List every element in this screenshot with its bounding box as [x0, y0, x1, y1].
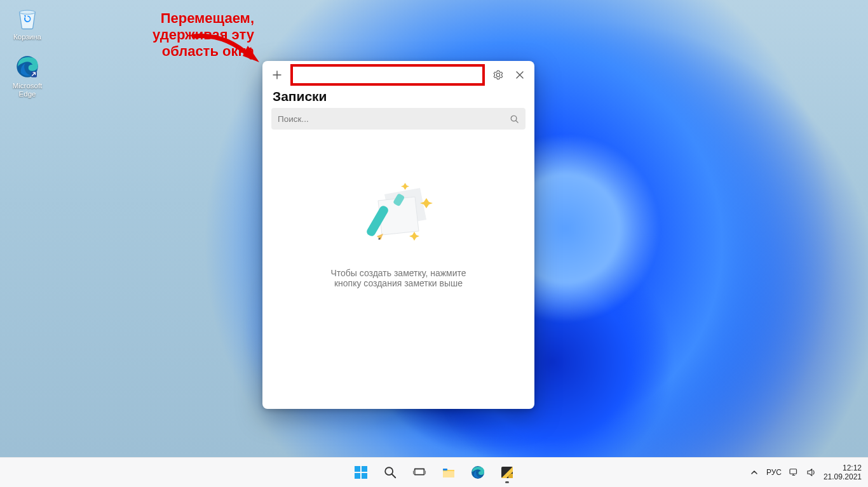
empty-state-text-2: кнопку создания заметки выше [334, 278, 463, 288]
search-icon [383, 465, 397, 479]
file-explorer-icon [441, 465, 456, 480]
svg-rect-14 [362, 473, 367, 479]
search-input[interactable]: Поиск... [271, 108, 526, 130]
empty-state: Чтобы создать заметку, нажмите кнопку со… [262, 136, 534, 409]
recycle-bin-icon [13, 4, 41, 32]
svg-rect-11 [355, 466, 360, 472]
clock-time: 12:12 [824, 464, 862, 472]
language-indicator[interactable]: РУС [766, 468, 782, 477]
taskbar-clock[interactable]: 12:12 21.09.2021 [824, 464, 862, 481]
taskbar-file-explorer-button[interactable] [436, 460, 461, 485]
window-titlebar[interactable] [262, 61, 534, 89]
svg-rect-20 [443, 471, 454, 477]
window-title: Записки [262, 89, 534, 108]
volume-icon[interactable] [806, 467, 817, 478]
svg-rect-24 [790, 469, 797, 474]
close-icon [515, 70, 524, 79]
svg-rect-18 [413, 470, 416, 474]
desktop-icon-label: Microsoft Edge [5, 82, 50, 98]
svg-rect-17 [416, 469, 424, 474]
taskbar-task-view-button[interactable] [407, 460, 432, 485]
sticky-notes-window: Записки Поиск... Чтобы создать заметку, … [262, 61, 534, 409]
tray-overflow-button[interactable] [749, 467, 760, 478]
empty-state-illustration [354, 177, 443, 253]
system-tray: РУС 12:12 21.09.2021 [749, 464, 862, 481]
taskbar-edge-button[interactable] [465, 460, 491, 485]
search-placeholder: Поиск... [278, 114, 510, 124]
taskbar-sticky-notes-button[interactable] [494, 460, 520, 485]
chevron-up-icon [750, 469, 758, 476]
start-icon [353, 465, 369, 480]
taskbar-start-button[interactable] [348, 460, 374, 485]
empty-state-text-1: Чтобы создать заметку, нажмите [330, 268, 466, 278]
svg-rect-12 [362, 466, 367, 472]
desktop-icon-edge[interactable]: Microsoft Edge [5, 53, 50, 98]
taskbar: РУС 12:12 21.09.2021 [0, 457, 868, 487]
taskbar-search-button[interactable] [377, 460, 403, 485]
titlebar-drag-area-highlight[interactable] [290, 64, 485, 86]
svg-marker-8 [377, 234, 383, 240]
clock-date: 21.09.2021 [824, 472, 862, 481]
settings-button[interactable] [487, 64, 509, 86]
search-icon [510, 114, 519, 124]
network-icon[interactable] [788, 467, 799, 478]
plus-icon [272, 70, 282, 80]
gear-icon [493, 70, 503, 80]
svg-rect-21 [443, 469, 447, 470]
sticky-notes-icon [499, 465, 515, 480]
svg-point-0 [20, 10, 36, 14]
svg-rect-19 [423, 470, 426, 474]
edge-icon [470, 465, 485, 480]
desktop-icon-recycle-bin[interactable]: Корзина [5, 4, 50, 41]
svg-rect-13 [355, 473, 360, 479]
new-note-button[interactable] [266, 64, 288, 86]
close-button[interactable] [509, 64, 531, 86]
edge-icon [13, 53, 41, 81]
desktop-icon-label: Корзина [5, 33, 50, 41]
task-view-icon [412, 465, 426, 479]
